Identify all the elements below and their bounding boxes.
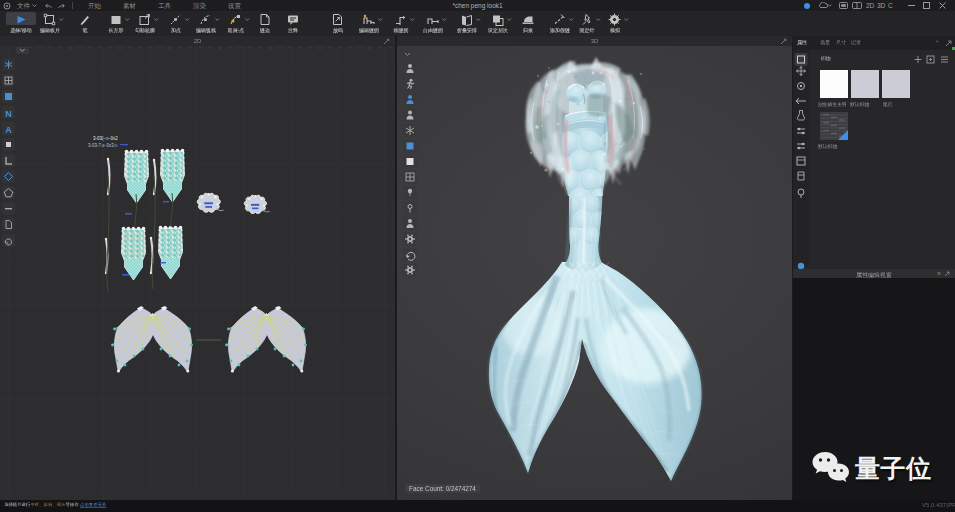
svg-text:3-03-7③-0x3①: 3-03-7③-0x3① [88,143,118,148]
svg-text:3-03(-①-0x2: 3-03(-①-0x2 [93,136,118,141]
svg-text:N: N [5,109,12,119]
svg-text:A: A [5,125,12,135]
